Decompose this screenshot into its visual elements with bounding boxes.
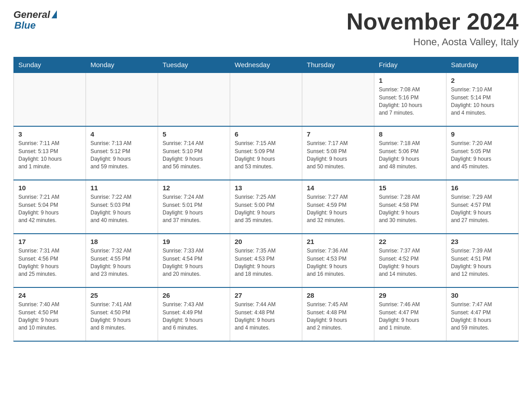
calendar-cell <box>230 73 302 126</box>
calendar-cell: 29Sunrise: 7:46 AMSunset: 4:47 PMDayligh… <box>374 287 446 341</box>
day-info: Sunrise: 7:43 AMSunset: 4:49 PMDaylight:… <box>163 301 225 332</box>
logo-arrow-icon <box>51 10 57 18</box>
day-info: Sunrise: 7:39 AMSunset: 4:51 PMDaylight:… <box>451 247 514 278</box>
calendar-header-saturday: Saturday <box>446 57 519 73</box>
day-number: 8 <box>379 130 442 138</box>
day-info: Sunrise: 7:47 AMSunset: 4:47 PMDaylight:… <box>451 301 514 332</box>
calendar-cell: 30Sunrise: 7:47 AMSunset: 4:47 PMDayligh… <box>446 287 519 341</box>
logo-top: General <box>13 9 57 21</box>
calendar-cell: 27Sunrise: 7:44 AMSunset: 4:48 PMDayligh… <box>230 287 302 341</box>
calendar-cell: 21Sunrise: 7:36 AMSunset: 4:53 PMDayligh… <box>302 234 374 287</box>
day-info: Sunrise: 7:35 AMSunset: 4:53 PMDaylight:… <box>235 247 297 278</box>
day-info: Sunrise: 7:31 AMSunset: 4:56 PMDaylight:… <box>18 247 81 278</box>
logo: General Blue <box>13 9 57 31</box>
calendar-cell: 19Sunrise: 7:33 AMSunset: 4:54 PMDayligh… <box>158 234 230 287</box>
day-info: Sunrise: 7:11 AMSunset: 5:13 PMDaylight:… <box>18 140 81 171</box>
calendar-cell: 25Sunrise: 7:41 AMSunset: 4:50 PMDayligh… <box>86 287 158 341</box>
day-number: 12 <box>163 184 225 192</box>
day-number: 1 <box>379 77 442 84</box>
day-info: Sunrise: 7:36 AMSunset: 4:53 PMDaylight:… <box>307 247 369 278</box>
calendar-cell: 20Sunrise: 7:35 AMSunset: 4:53 PMDayligh… <box>230 234 302 287</box>
calendar-subtitle: Hone, Aosta Valley, Italy <box>347 36 519 48</box>
day-info: Sunrise: 7:27 AMSunset: 4:59 PMDaylight:… <box>307 193 369 225</box>
day-number: 22 <box>379 238 442 245</box>
day-number: 25 <box>90 291 153 299</box>
calendar-cell: 16Sunrise: 7:29 AMSunset: 4:57 PMDayligh… <box>446 180 519 234</box>
calendar-week-row: 1Sunrise: 7:08 AMSunset: 5:16 PMDaylight… <box>14 73 519 126</box>
day-number: 26 <box>163 291 225 299</box>
calendar-cell: 1Sunrise: 7:08 AMSunset: 5:16 PMDaylight… <box>374 73 446 126</box>
day-number: 21 <box>307 238 369 245</box>
day-number: 3 <box>18 130 81 138</box>
day-number: 27 <box>235 291 297 299</box>
day-info: Sunrise: 7:20 AMSunset: 5:05 PMDaylight:… <box>451 140 514 171</box>
day-number: 5 <box>163 130 225 138</box>
day-info: Sunrise: 7:41 AMSunset: 4:50 PMDaylight:… <box>90 301 153 332</box>
day-number: 15 <box>379 184 442 192</box>
day-number: 13 <box>235 184 297 192</box>
day-number: 18 <box>90 238 153 245</box>
calendar-header-friday: Friday <box>374 57 446 73</box>
calendar-cell: 2Sunrise: 7:10 AMSunset: 5:14 PMDaylight… <box>446 73 519 126</box>
day-info: Sunrise: 7:40 AMSunset: 4:50 PMDaylight:… <box>18 301 81 332</box>
calendar-week-row: 3Sunrise: 7:11 AMSunset: 5:13 PMDaylight… <box>14 126 519 180</box>
day-number: 20 <box>235 238 297 245</box>
calendar-header-monday: Monday <box>86 57 158 73</box>
logo-blue-text: Blue <box>13 20 36 31</box>
day-number: 23 <box>451 238 514 245</box>
day-info: Sunrise: 7:08 AMSunset: 5:16 PMDaylight:… <box>379 86 442 117</box>
day-number: 17 <box>18 238 81 245</box>
day-info: Sunrise: 7:28 AMSunset: 4:58 PMDaylight:… <box>379 193 442 225</box>
day-info: Sunrise: 7:25 AMSunset: 5:00 PMDaylight:… <box>235 193 297 225</box>
calendar-cell <box>158 73 230 126</box>
day-info: Sunrise: 7:29 AMSunset: 4:57 PMDaylight:… <box>451 193 514 225</box>
day-number: 10 <box>18 184 81 192</box>
calendar-header-tuesday: Tuesday <box>158 57 230 73</box>
day-number: 16 <box>451 184 514 192</box>
day-info: Sunrise: 7:17 AMSunset: 5:08 PMDaylight:… <box>307 140 369 171</box>
calendar-cell: 7Sunrise: 7:17 AMSunset: 5:08 PMDaylight… <box>302 126 374 180</box>
calendar-cell: 6Sunrise: 7:15 AMSunset: 5:09 PMDaylight… <box>230 126 302 180</box>
calendar-cell: 11Sunrise: 7:22 AMSunset: 5:03 PMDayligh… <box>86 180 158 234</box>
day-info: Sunrise: 7:32 AMSunset: 4:55 PMDaylight:… <box>90 247 153 278</box>
day-number: 24 <box>18 291 81 299</box>
calendar-title: November 2024 <box>347 9 519 34</box>
day-number: 11 <box>90 184 153 192</box>
calendar-header-sunday: Sunday <box>14 57 86 73</box>
calendar-cell: 5Sunrise: 7:14 AMSunset: 5:10 PMDaylight… <box>158 126 230 180</box>
calendar-cell: 8Sunrise: 7:18 AMSunset: 5:06 PMDaylight… <box>374 126 446 180</box>
calendar-cell: 15Sunrise: 7:28 AMSunset: 4:58 PMDayligh… <box>374 180 446 234</box>
day-info: Sunrise: 7:21 AMSunset: 5:04 PMDaylight:… <box>18 193 81 225</box>
calendar-cell: 17Sunrise: 7:31 AMSunset: 4:56 PMDayligh… <box>14 234 86 287</box>
calendar-week-row: 17Sunrise: 7:31 AMSunset: 4:56 PMDayligh… <box>14 234 519 287</box>
calendar-cell: 10Sunrise: 7:21 AMSunset: 5:04 PMDayligh… <box>14 180 86 234</box>
day-info: Sunrise: 7:22 AMSunset: 5:03 PMDaylight:… <box>90 193 153 225</box>
day-number: 30 <box>451 291 514 299</box>
calendar-cell: 9Sunrise: 7:20 AMSunset: 5:05 PMDaylight… <box>446 126 519 180</box>
calendar-week-row: 10Sunrise: 7:21 AMSunset: 5:04 PMDayligh… <box>14 180 519 234</box>
day-number: 19 <box>163 238 225 245</box>
day-info: Sunrise: 7:46 AMSunset: 4:47 PMDaylight:… <box>379 301 442 332</box>
day-info: Sunrise: 7:10 AMSunset: 5:14 PMDaylight:… <box>451 86 514 117</box>
calendar-header-wednesday: Wednesday <box>230 57 302 73</box>
calendar-cell: 4Sunrise: 7:13 AMSunset: 5:12 PMDaylight… <box>86 126 158 180</box>
day-info: Sunrise: 7:13 AMSunset: 5:12 PMDaylight:… <box>90 140 153 171</box>
day-info: Sunrise: 7:18 AMSunset: 5:06 PMDaylight:… <box>379 140 442 171</box>
calendar-header-row: SundayMondayTuesdayWednesdayThursdayFrid… <box>14 57 519 73</box>
day-info: Sunrise: 7:14 AMSunset: 5:10 PMDaylight:… <box>163 140 225 171</box>
calendar-cell: 14Sunrise: 7:27 AMSunset: 4:59 PMDayligh… <box>302 180 374 234</box>
day-info: Sunrise: 7:33 AMSunset: 4:54 PMDaylight:… <box>163 247 225 278</box>
calendar-cell <box>86 73 158 126</box>
day-info: Sunrise: 7:15 AMSunset: 5:09 PMDaylight:… <box>235 140 297 171</box>
calendar-header-thursday: Thursday <box>302 57 374 73</box>
day-number: 28 <box>307 291 369 299</box>
day-info: Sunrise: 7:44 AMSunset: 4:48 PMDaylight:… <box>235 301 297 332</box>
day-info: Sunrise: 7:24 AMSunset: 5:01 PMDaylight:… <box>163 193 225 225</box>
day-info: Sunrise: 7:45 AMSunset: 4:48 PMDaylight:… <box>307 301 369 332</box>
calendar-cell <box>302 73 374 126</box>
page-header: General Blue November 2024 Hone, Aosta V… <box>13 9 519 48</box>
calendar-cell: 22Sunrise: 7:37 AMSunset: 4:52 PMDayligh… <box>374 234 446 287</box>
day-number: 29 <box>379 291 442 299</box>
day-number: 2 <box>451 77 514 84</box>
day-info: Sunrise: 7:37 AMSunset: 4:52 PMDaylight:… <box>379 247 442 278</box>
